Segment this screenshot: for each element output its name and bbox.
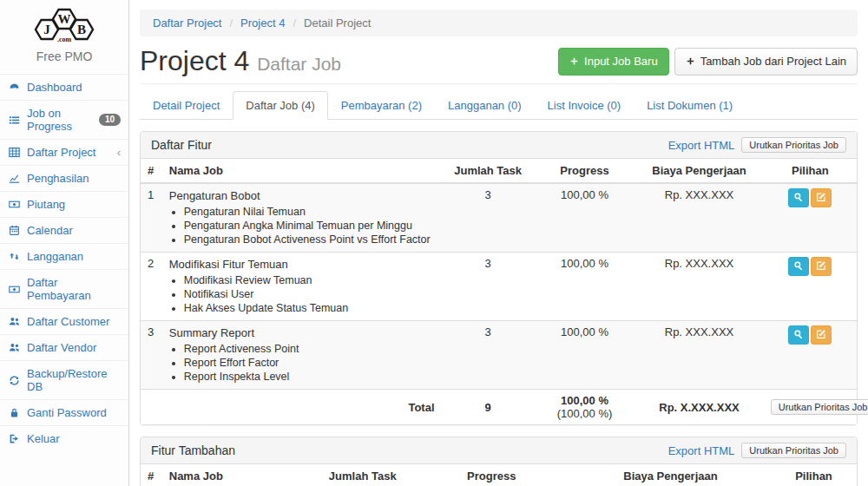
tab-langganan-0[interactable]: Langganan (0) [435, 91, 535, 120]
tab-detail-project[interactable]: Detail Project [140, 91, 233, 120]
actions-cell [764, 321, 857, 390]
sort-priority-button[interactable]: Urutkan Prioritas Job [771, 399, 868, 415]
task-count-cell: 3 [442, 183, 535, 253]
row-number-cell: 2 [141, 253, 162, 321]
sort-priority-button[interactable]: Urutkan Prioritas Job [741, 137, 846, 153]
edit-job-button[interactable] [811, 257, 832, 276]
sidebar-item-keluar[interactable]: Keluar [0, 425, 128, 451]
total-progress-value: 100,00 % [561, 394, 608, 407]
view-job-button[interactable] [788, 188, 809, 207]
column-header-pilihan: Pilihan [771, 464, 857, 486]
sidebar-item-daftar-vendor[interactable]: Daftar Vendor [0, 334, 128, 360]
breadcrumb-item-project-4[interactable]: Project 4 [240, 16, 285, 30]
cost-cell: Rp. XXX.XXX [635, 183, 764, 253]
button-label: Tambah Job dari Project Lain [700, 54, 846, 69]
sidebar-item-daftar-pembayaran[interactable]: Daftar Pembayaran [0, 269, 128, 308]
tab-list-invoice-0[interactable]: List Invoice (0) [535, 91, 635, 120]
total-empty-cell [141, 390, 162, 425]
column-header-pilihan: Pilihan [764, 159, 857, 183]
job-subtask-item: Report Effort Factor [184, 356, 435, 370]
lock-icon [8, 407, 21, 419]
money-icon [8, 283, 21, 295]
edit-icon [816, 260, 826, 273]
row-number-cell: 1 [141, 183, 162, 253]
sign-out-icon [8, 433, 21, 445]
sidebar-item-label: Dashboard [27, 81, 82, 94]
sidebar-item-daftar-project[interactable]: Daftar Project‹ [0, 139, 128, 165]
panel-daftar-fitur: Daftar FiturExport HTMLUrutkan Prioritas… [140, 131, 858, 425]
list-icon [8, 114, 21, 126]
sidebar-item-penghasilan[interactable]: Penghasilan [0, 165, 128, 191]
tab-daftar-job-4[interactable]: Daftar Job (4) [233, 91, 327, 120]
breadcrumb-separator: / [293, 16, 296, 30]
sidebar-item-label: Keluar [27, 432, 60, 445]
actions-cell [764, 183, 857, 253]
sort-priority-button[interactable]: Urutkan Prioritas Job [741, 443, 846, 458]
total-cost: Rp. X.XXX.XXX [635, 390, 764, 425]
tab-list-dokumen-1[interactable]: List Dokumen (1) [634, 91, 746, 120]
svg-text:W: W [58, 12, 71, 26]
sidebar-item-calendar[interactable]: Calendar [0, 217, 128, 243]
users-icon [8, 342, 21, 354]
total-progress-extra: (100,00 %) [557, 407, 613, 420]
plus-icon [569, 56, 579, 66]
sidebar-item-piutang[interactable]: Piutang [0, 191, 128, 217]
column-header-biaya-pengerjaan: Biaya Pengerjaan [635, 159, 764, 183]
edit-icon [816, 192, 826, 205]
panel-heading-tools: Export HTMLUrutkan Prioritas Job [668, 137, 846, 153]
sidebar-item-label: Backup/Restore DB [27, 367, 121, 393]
sidebar-menu: DashboardJob on Progress10Daftar Project… [0, 74, 128, 451]
job-name: Summary Report [169, 325, 435, 340]
total-actions-cell: Urutkan Prioritas Job [764, 390, 857, 425]
view-job-button[interactable] [788, 325, 809, 345]
panel-fitur-tambahan: Fitur TambahanExport HTMLUrutkan Priorit… [140, 437, 858, 486]
tambah-job-dari-project-lain-button[interactable]: Tambah Job dari Project Lain [674, 48, 858, 76]
input-job-baru-button[interactable]: Input Job Baru [558, 48, 669, 76]
column-header-nama-job: Nama Job [162, 159, 442, 183]
edit-job-button[interactable] [811, 325, 832, 345]
breadcrumb-item-daftar-project[interactable]: Daftar Project [153, 16, 221, 30]
export-html-link[interactable]: Export HTML [668, 444, 735, 457]
column-header-jumlah-task: Jumlah Task [442, 159, 535, 183]
table-header-row: #Nama JobJumlah TaskProgressBiaya Penger… [141, 464, 857, 486]
page-title: Project 4 Daftar Job [140, 46, 341, 76]
panel-heading-tools: Export HTMLUrutkan Prioritas Job [668, 443, 846, 458]
actions-cell [764, 253, 857, 321]
retweet-icon [8, 251, 21, 263]
sidebar-item-backup-restore-db[interactable]: Backup/Restore DB [0, 360, 128, 399]
progress-cell: 100,00 % [535, 183, 635, 253]
panel-heading: Fitur TambahanExport HTMLUrutkan Priorit… [141, 437, 857, 464]
money-icon [8, 199, 21, 211]
tab-pembayaran-2[interactable]: Pembayaran (2) [328, 91, 435, 120]
content-area: Daftar Project/Project 4/Detail Project … [129, 0, 868, 486]
sidebar-item-daftar-customer[interactable]: Daftar Customer [0, 308, 128, 334]
brand-name: Free PMO [0, 48, 128, 74]
job-table: #Nama JobJumlah TaskProgressBiaya Penger… [141, 159, 857, 424]
sidebar-item-label: Langganan [27, 250, 83, 263]
column-header-: # [141, 464, 162, 486]
sidebar-item-dashboard[interactable]: Dashboard [0, 74, 128, 100]
edit-job-button[interactable] [811, 188, 832, 207]
job-table: #Nama JobJumlah TaskProgressBiaya Penger… [141, 464, 857, 486]
sidebar-item-langganan[interactable]: Langganan [0, 243, 128, 269]
sidebar: JWB.com Free PMO DashboardJob on Progres… [0, 0, 129, 486]
column-header-progress: Progress [413, 464, 571, 486]
gauge-icon [8, 82, 21, 94]
count-badge: 10 [99, 114, 121, 126]
app-logo: JWB.com [0, 0, 128, 48]
sidebar-item-ganti-password[interactable]: Ganti Password [0, 399, 128, 425]
job-subtask-list: Report Activeness PointReport Effort Fac… [169, 342, 435, 384]
job-name-cell: Modifikasi Fitur TemuanModifikasi Review… [162, 253, 442, 321]
job-subtask-list: Pengaturan Nilai TemuanPengaturan Angka … [169, 205, 435, 246]
job-subtask-item: Pengaturan Angka Minimal Temuan per Ming… [184, 219, 435, 233]
column-header-nama-job: Nama Job [162, 464, 312, 486]
sidebar-item-label: Penghasilan [27, 172, 89, 185]
breadcrumb-item-detail-project: Detail Project [304, 16, 371, 30]
job-subtask-item: Notifikasi User [184, 287, 435, 301]
plus-icon [686, 56, 695, 66]
breadcrumb: Daftar Project/Project 4/Detail Project [140, 10, 858, 36]
export-html-link[interactable]: Export HTML [668, 139, 735, 152]
sidebar-item-job-on-progress[interactable]: Job on Progress10 [0, 100, 128, 139]
view-job-button[interactable] [788, 257, 809, 276]
job-subtask-list: Modifikasi Review TemuanNotifikasi UserH… [169, 273, 435, 315]
